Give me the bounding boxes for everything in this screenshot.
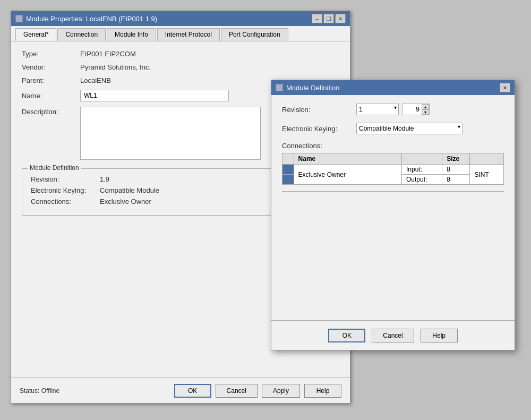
parent-label: Parent: [22,76,80,84]
dialog-electronic-keying-label: Electronic Keying: [282,125,356,133]
dialog-close-button[interactable]: ✕ [500,83,510,92]
output-size: 8 [442,175,470,185]
tab-connection[interactable]: Connection [57,28,106,41]
type-label: Type: [22,50,80,58]
footer-buttons: OK Cancel Apply Help [174,384,341,398]
dialog-cancel-button[interactable]: Cancel [372,329,414,342]
dialog-content: Revision: 1 ▲ ▼ Electronic Keying: [271,95,515,207]
revision-spinner-input[interactable] [402,104,422,115]
tab-module-info[interactable]: Module Info [107,28,156,41]
close-button[interactable]: ✕ [335,14,346,23]
description-input[interactable] [80,107,261,160]
main-window-title: Module Properties: LocalENB (EIP001 1.9) [26,15,157,23]
ok-button[interactable]: OK [174,384,211,398]
status-label: Status: [20,387,39,395]
main-title-bar: Module Properties: LocalENB (EIP001 1.9)… [11,11,350,26]
revision-select-wrapper: 1 [356,104,399,115]
table-header-size: Size [442,153,470,165]
table-row: Exclusive Owner Input: 8 SINT [282,165,504,175]
row-selector-2 [282,175,294,185]
input-size: 8 [442,165,470,175]
vendor-row: Vendor: Pyramid Solutions, Inc. [22,63,339,71]
electronic-keying-value: Compatible Module [100,186,159,194]
connections-value: Exclusive Owner [100,198,151,205]
revision-dropdown[interactable]: 1 [356,104,399,115]
tab-port-configuration[interactable]: Port Configuration [221,28,288,41]
parent-value: LocalENB [80,76,111,84]
module-definition-dialog: Module Definition ✕ Revision: 1 ▲ ▼ [271,80,515,350]
dialog-title-left: Module Definition [276,84,339,92]
dialog-ok-button[interactable]: OK [328,329,365,342]
tabs-bar: General* Connection Module Info Internet… [11,26,350,41]
module-definition-title: Module Definition [28,164,81,172]
tab-internet-protocol[interactable]: Internet Protocol [157,28,220,41]
title-bar-left: Module Properties: LocalENB (EIP001 1.9) [15,15,157,23]
window-icon [15,15,23,22]
dialog-help-button[interactable]: Help [421,329,458,342]
name-input[interactable] [80,90,229,101]
name-label: Name: [22,92,80,100]
dialog-divider [282,191,504,192]
type-row: Type: EIP001 EIP2COM [22,50,339,58]
type-value: EIP001 EIP2COM [80,50,136,58]
cancel-button[interactable]: Cancel [216,384,258,398]
connections-label: Connections: [31,198,100,205]
connections-section-label: Connections: [282,142,504,150]
connection-name: Exclusive Owner [294,165,401,185]
apply-button[interactable]: Apply [262,384,300,398]
spinner-down-button[interactable]: ▼ [422,109,429,115]
output-label: Output: [402,175,442,185]
dialog-revision-label: Revision: [282,106,356,114]
connections-table: Name Size Exclusive Owner Input: 8 SINT … [282,153,504,185]
dialog-revision-row: Revision: 1 ▲ ▼ [282,104,504,115]
minimize-button[interactable]: – [312,14,322,23]
status-value: Offline [41,387,59,395]
electronic-keying-label: Electronic Keying: [31,186,100,194]
spinner-buttons: ▲ ▼ [422,104,429,115]
dialog-title-text: Module Definition [286,84,339,92]
main-footer: Status: Offline OK Cancel Apply Help [11,378,350,403]
table-header-type [470,153,504,165]
dialog-revision-controls: 1 ▲ ▼ [356,104,430,115]
table-header-name: Name [294,153,401,165]
tab-general[interactable]: General* [15,28,56,41]
dialog-footer: OK Cancel Help [271,320,515,350]
table-header-io [402,153,442,165]
dialog-electronic-keying-row: Electronic Keying: Compatible Module [282,123,504,134]
vendor-label: Vendor: [22,63,80,71]
dialog-window-icon [276,84,283,91]
vendor-value: Pyramid Solutions, Inc. [80,63,151,71]
restore-button[interactable]: ❑ [323,14,334,23]
help-button[interactable]: Help [304,384,341,398]
table-header-selector [282,153,294,165]
electronic-keying-select-wrapper: Compatible Module [356,123,463,134]
revision-value: 1.9 [100,175,109,183]
description-label: Description: [22,107,80,160]
row-selector [282,165,294,175]
input-label: Input: [402,165,442,175]
status-text: Status: Offline [20,387,174,395]
connection-type: SINT [470,165,504,185]
electronic-keying-dropdown[interactable]: Compatible Module [356,123,463,134]
title-bar-buttons: – ❑ ✕ [312,14,346,23]
spinner-up-button[interactable]: ▲ [422,104,429,109]
dialog-title-bar: Module Definition ✕ [271,80,515,95]
revision-spinner: ▲ ▼ [402,104,430,115]
revision-label: Revision: [31,175,100,183]
